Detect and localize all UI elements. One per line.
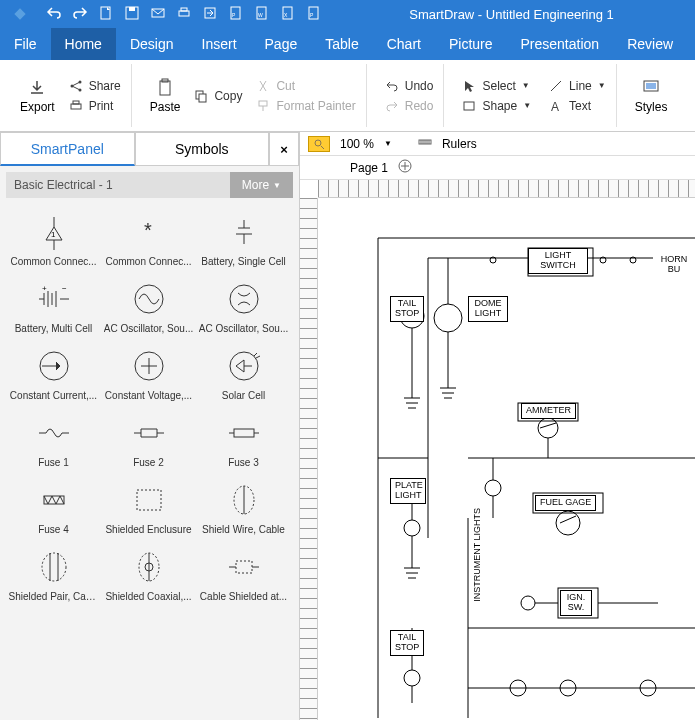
export-icon[interactable]	[202, 5, 218, 24]
symbol-item[interactable]: Constant Current,...	[6, 338, 101, 405]
symbol-item[interactable]: Cable Shielded at...	[196, 539, 291, 606]
page-tab[interactable]: Page 1	[350, 161, 388, 175]
main-area: SmartPanel Symbols × Basic Electrical - …	[0, 132, 695, 720]
svg-rect-5	[181, 8, 187, 11]
undo-button[interactable]: Undo	[385, 79, 434, 93]
symbol-thumb	[214, 543, 274, 591]
doc-icon[interactable]: W	[254, 5, 270, 24]
symbol-thumb	[214, 208, 274, 256]
menu-design[interactable]: Design	[116, 28, 188, 60]
undo-icon[interactable]	[46, 5, 62, 24]
label-fuel-gage: FUEL GAGE	[535, 495, 596, 511]
symbol-item[interactable]: Solar Cell	[196, 338, 291, 405]
zoom-tool[interactable]	[308, 136, 330, 152]
new-icon[interactable]	[98, 5, 114, 24]
quick-access-toolbar: P W X P	[40, 5, 328, 24]
symbol-item[interactable]: Constant Voltage,...	[101, 338, 196, 405]
paste-button[interactable]: Paste	[150, 78, 181, 114]
mail-icon[interactable]	[150, 5, 166, 24]
symbol-item[interactable]: AC Oscillator, Sou...	[101, 271, 196, 338]
svg-point-16	[78, 80, 81, 83]
tab-smartpanel[interactable]: SmartPanel	[0, 132, 135, 166]
symbol-label: Constant Voltage,...	[104, 390, 194, 401]
more-button[interactable]: More▼	[230, 172, 293, 198]
symbol-item[interactable]: Fuse 1	[6, 405, 101, 472]
format-painter-button[interactable]: Format Painter	[256, 99, 355, 113]
menu-insert[interactable]: Insert	[188, 28, 251, 60]
share-button[interactable]: Share	[69, 79, 121, 93]
symbol-item[interactable]: Shielded Pair, Cable	[6, 539, 101, 606]
symbol-thumb	[214, 476, 274, 524]
export-button[interactable]: Export	[20, 78, 55, 114]
symbol-item[interactable]: 1Common Connec...	[6, 204, 101, 271]
svg-text:A: A	[551, 100, 559, 113]
svg-rect-25	[464, 102, 474, 110]
menu-chart[interactable]: Chart	[373, 28, 435, 60]
ppt-icon[interactable]: P	[306, 5, 322, 24]
label-tail-stop-2: TAIL STOP	[390, 630, 424, 656]
menu-review[interactable]: Review	[613, 28, 687, 60]
symbols-grid: 1Common Connec...*Common Connec...Batter…	[0, 204, 299, 720]
symbol-item[interactable]: Battery, Single Cell	[196, 204, 291, 271]
symbol-label: AC Oscillator, Sou...	[199, 323, 289, 334]
svg-text:X: X	[284, 12, 288, 18]
menu-home[interactable]: Home	[51, 28, 116, 60]
menu-table[interactable]: Table	[311, 28, 372, 60]
xls-icon[interactable]: X	[280, 5, 296, 24]
svg-text:W: W	[258, 12, 263, 18]
symbol-item[interactable]: Shielded Coaxial,...	[101, 539, 196, 606]
symbol-label: Fuse 3	[199, 457, 289, 468]
symbol-item[interactable]: Fuse 3	[196, 405, 291, 472]
symbol-item[interactable]: AC Oscillator, Sou...	[196, 271, 291, 338]
menu-page[interactable]: Page	[251, 28, 312, 60]
symbol-item[interactable]: Shield Wire, Cable	[196, 472, 291, 539]
select-button[interactable]: Select▼	[462, 79, 531, 93]
symbol-item[interactable]: *Common Connec...	[101, 204, 196, 271]
shape-button[interactable]: Shape▼	[462, 99, 531, 113]
drawing-canvas[interactable]: LIGHT SWITCH HORN BU TAIL STOP DOME LIGH…	[318, 198, 695, 720]
symbol-label: Common Connec...	[104, 256, 194, 267]
label-ammeter: AMMETER	[521, 403, 576, 419]
menu-picture[interactable]: Picture	[435, 28, 507, 60]
print-icon[interactable]	[176, 5, 192, 24]
line-button[interactable]: Line▼	[549, 79, 606, 93]
pdf-icon[interactable]: P	[228, 5, 244, 24]
tab-symbols[interactable]: Symbols	[135, 132, 270, 166]
svg-rect-40	[137, 490, 161, 510]
canvas-toolbar: 100 %▼ Rulers	[300, 132, 695, 156]
label-instrument-lights: INSTRUMENT LIGHTS	[473, 508, 483, 602]
symbol-label: Shielded Pair, Cable	[9, 591, 99, 602]
page-tabs: Page 1	[300, 156, 695, 180]
menu-support[interactable]: Support	[687, 28, 695, 60]
cut-button[interactable]: Cut	[256, 79, 355, 93]
redo-icon[interactable]	[72, 5, 88, 24]
copy-button[interactable]: Copy	[194, 89, 242, 103]
svg-point-15	[70, 84, 73, 87]
side-panel: SmartPanel Symbols × Basic Electrical - …	[0, 132, 300, 720]
zoom-level[interactable]: 100 %	[340, 137, 374, 151]
menu-presentation[interactable]: Presentation	[507, 28, 614, 60]
svg-point-54	[434, 304, 462, 332]
category-name: Basic Electrical - 1	[6, 178, 230, 192]
symbol-item[interactable]: Fuse 4	[6, 472, 101, 539]
close-panel-button[interactable]: ×	[269, 132, 299, 166]
symbol-thumb	[119, 543, 179, 591]
styles-button[interactable]: Styles	[635, 78, 668, 114]
app-logo	[0, 10, 40, 18]
rulers-icon[interactable]	[418, 135, 432, 152]
symbol-item[interactable]: +−Battery, Multi Cell	[6, 271, 101, 338]
text-button[interactable]: AText	[549, 99, 606, 113]
symbol-thumb	[24, 476, 84, 524]
print-button[interactable]: Print	[69, 99, 121, 113]
redo-button[interactable]: Redo	[385, 99, 434, 113]
save-icon[interactable]	[124, 5, 140, 24]
symbol-item[interactable]: Shielded Enclusure	[101, 472, 196, 539]
menu-file[interactable]: File	[0, 28, 51, 60]
svg-rect-38	[234, 429, 254, 437]
svg-rect-20	[160, 81, 170, 95]
svg-point-63	[404, 670, 420, 686]
symbol-label: Constant Current,...	[9, 390, 99, 401]
symbol-item[interactable]: Fuse 2	[101, 405, 196, 472]
canvas-area: 100 %▼ Rulers Page 1	[300, 132, 695, 720]
add-page-button[interactable]	[398, 159, 412, 176]
